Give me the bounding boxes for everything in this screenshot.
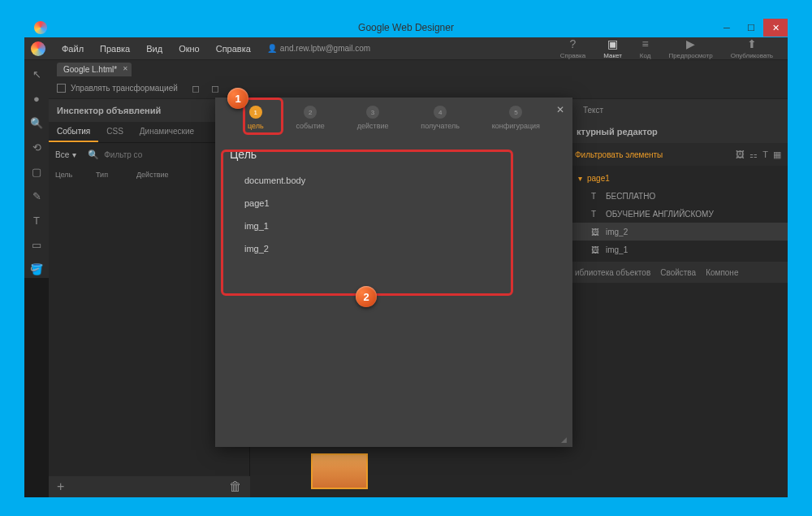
image-icon: 🖼 bbox=[591, 228, 601, 236]
outline-header: ктурный редактор bbox=[568, 120, 788, 143]
filter-input[interactable] bbox=[104, 150, 161, 159]
annotation-2: 2 bbox=[356, 286, 377, 307]
tree-item[interactable]: TБЕСПЛАТНО bbox=[568, 187, 788, 205]
tree-root[interactable]: ▾page1 bbox=[568, 169, 788, 187]
target-item[interactable]: img_1 bbox=[230, 215, 558, 237]
menu-window[interactable]: Окно bbox=[171, 44, 208, 54]
minimize-button[interactable]: ─ bbox=[715, 19, 739, 37]
close-button[interactable]: ✕ bbox=[763, 19, 788, 37]
tree-item[interactable]: TОБУЧЕНИЕ АНГЛИЙСКОМУ bbox=[568, 205, 788, 223]
tab-css[interactable]: CSS bbox=[98, 122, 132, 142]
window-title: Google Web Designer bbox=[358, 22, 454, 33]
rotate-tool[interactable]: ⟲ bbox=[28, 138, 45, 156]
wizard-steps: 1цель 2событие 3действие 4получатель 5ко… bbox=[215, 98, 572, 138]
transform-checkbox[interactable] bbox=[57, 84, 66, 93]
preview-action[interactable]: ▶Предпросмотр bbox=[660, 36, 720, 61]
logo-icon bbox=[31, 41, 45, 56]
tab-row: Google L.html* ✕ bbox=[24, 60, 788, 78]
collapse-icon: ▾ bbox=[578, 174, 582, 183]
toolbar: Управлять трансформацией ◻ ◻ bbox=[24, 78, 788, 99]
panel-footer: + 🗑 bbox=[49, 476, 250, 497]
transform-label: Управлять трансформацией bbox=[71, 84, 178, 93]
t-icon[interactable]: T bbox=[762, 150, 768, 160]
add-icon[interactable]: + bbox=[57, 479, 64, 494]
tab-components[interactable]: Компоне bbox=[701, 268, 743, 277]
search-icon: 🔍 bbox=[88, 150, 99, 160]
modal-title: Цель bbox=[230, 148, 558, 161]
tab-events[interactable]: События bbox=[49, 122, 98, 142]
menu-file[interactable]: Файл bbox=[54, 44, 92, 54]
page-thumbnail[interactable] bbox=[311, 453, 368, 489]
tree-icon[interactable]: ⚏ bbox=[749, 150, 758, 160]
user-email[interactable]: 👤 and.rew.lptw@gmail.com bbox=[267, 44, 370, 53]
help-action[interactable]: ?Справка bbox=[552, 36, 594, 61]
layout-icon: ▣ bbox=[607, 37, 618, 50]
target-item[interactable]: document.body bbox=[230, 169, 558, 192]
target-item[interactable]: page1 bbox=[230, 192, 558, 215]
col-target: Цель bbox=[55, 171, 96, 179]
rect2-icon[interactable]: ◻ bbox=[207, 80, 223, 97]
document-tab[interactable]: Google L.html* ✕ bbox=[57, 63, 132, 76]
maximize-button[interactable]: ☐ bbox=[739, 19, 763, 37]
element-tree: ▾page1 TБЕСПЛАТНО TОБУЧЕНИЕ АНГЛИЙСКОМУ … bbox=[568, 166, 788, 262]
step-receiver[interactable]: 4получатель bbox=[421, 106, 460, 130]
pen-tool[interactable]: ✎ bbox=[28, 187, 45, 205]
resize-handle[interactable]: ◢ bbox=[561, 436, 569, 444]
grid-icon[interactable]: ▦ bbox=[773, 150, 781, 160]
tab-library[interactable]: иблиотека объектов bbox=[570, 268, 655, 277]
menu-view[interactable]: Вид bbox=[138, 44, 171, 54]
annotation-1: 1 bbox=[227, 88, 248, 109]
text-icon: T bbox=[591, 210, 601, 219]
tree-item[interactable]: 🖼img_1 bbox=[568, 241, 788, 258]
menu-help[interactable]: Справка bbox=[208, 44, 259, 54]
publish-action[interactable]: ⬆Опубликовать bbox=[723, 36, 781, 61]
code-icon: ≡ bbox=[642, 37, 649, 50]
preview-icon: ▶ bbox=[686, 37, 695, 50]
rp-tab-text[interactable]: Текст bbox=[575, 106, 611, 115]
tree-item[interactable]: 🖼img_2 bbox=[568, 223, 788, 241]
brush-tool[interactable]: ● bbox=[28, 89, 45, 107]
col-type: Тип bbox=[96, 171, 136, 179]
step-event[interactable]: 2событие bbox=[296, 106, 324, 130]
shape-tool[interactable]: ▢ bbox=[28, 163, 45, 180]
rect-icon[interactable]: ◻ bbox=[188, 80, 204, 97]
layout-action[interactable]: ▣Макет bbox=[595, 36, 630, 61]
zoom-tool[interactable]: 🔍 bbox=[28, 114, 45, 132]
text-tool[interactable]: T bbox=[28, 211, 45, 229]
filter-elements-label[interactable]: Фильтровать элементы bbox=[575, 150, 663, 159]
modal-close-icon[interactable]: ✕ bbox=[556, 104, 564, 115]
tab-properties[interactable]: Свойства bbox=[655, 268, 701, 277]
publish-icon: ⬆ bbox=[747, 37, 757, 50]
person-icon: 👤 bbox=[267, 44, 277, 53]
filter-select[interactable]: Все▾ bbox=[55, 150, 76, 159]
cursor-tool[interactable]: ↖ bbox=[28, 65, 45, 83]
code-action[interactable]: ≡Код bbox=[632, 36, 659, 61]
trash-icon[interactable]: 🗑 bbox=[229, 479, 242, 494]
fill-tool[interactable]: 🪣 bbox=[28, 260, 45, 278]
close-tab-icon[interactable]: ✕ bbox=[123, 65, 128, 72]
step-target[interactable]: 1цель bbox=[248, 106, 264, 130]
help-icon: ? bbox=[570, 37, 577, 50]
target-item[interactable]: img_2 bbox=[230, 237, 558, 260]
menu-edit[interactable]: Правка bbox=[92, 44, 138, 54]
image-icon: 🖼 bbox=[591, 245, 601, 254]
titlebar: Google Web Designer ─ ☐ ✕ bbox=[24, 18, 788, 37]
rect-tool[interactable]: ▭ bbox=[28, 236, 45, 254]
menubar: Файл Правка Вид Окно Справка 👤 and.rew.l… bbox=[24, 37, 788, 60]
image-icon[interactable]: 🖼 bbox=[736, 150, 745, 160]
right-panel: Текст ктурный редактор Фильтровать элеме… bbox=[568, 99, 788, 497]
chevron-down-icon: ▾ bbox=[72, 150, 76, 159]
text-icon: T bbox=[591, 192, 601, 201]
left-toolbar: ↖ ● 🔍 ⟲ ▢ ✎ T ▭ 🪣 bbox=[24, 60, 49, 278]
col-action: Действие bbox=[136, 171, 185, 179]
tab-dynamic[interactable]: Динамические bbox=[132, 122, 202, 142]
step-action[interactable]: 3действие bbox=[357, 106, 389, 130]
step-config[interactable]: 5конфигурация bbox=[492, 106, 540, 130]
event-wizard-modal: 1цель 2событие 3действие 4получатель 5ко… bbox=[215, 98, 572, 447]
app-icon bbox=[34, 21, 47, 34]
